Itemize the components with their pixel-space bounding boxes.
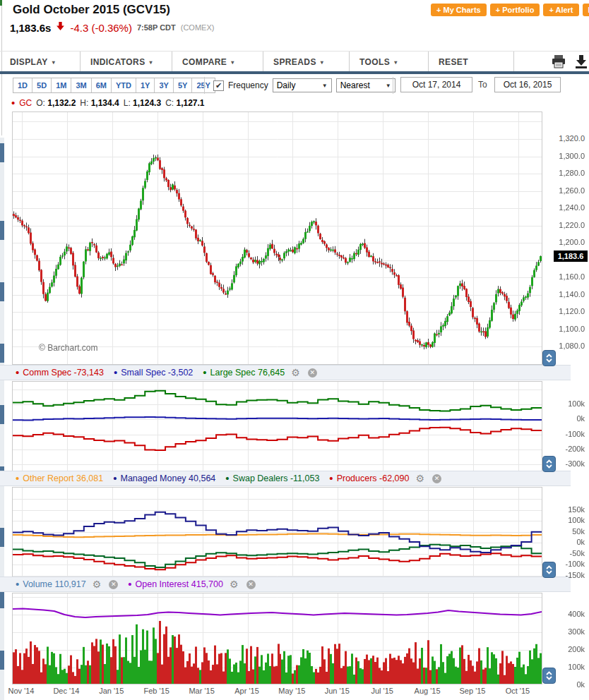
y-axis-label: 1,260.0 xyxy=(544,186,585,195)
y-axis-label: 1,200.0 xyxy=(544,238,585,246)
close-value: 1,127.1 xyxy=(176,98,204,108)
quote-line: 1,183.6s -4.3 (-0.36%) 7:58P CDT (COMEX) xyxy=(10,21,214,34)
range-5y-button[interactable]: 5Y xyxy=(174,78,192,92)
close-icon[interactable]: ✕ xyxy=(109,580,118,589)
scroll-handle[interactable] xyxy=(0,143,4,162)
y-axis-label: 0k xyxy=(544,414,585,423)
frequency-value: Daily xyxy=(277,80,296,90)
gear-icon[interactable]: ⚙ xyxy=(291,367,300,378)
x-axis-label: Nov '14 xyxy=(8,687,35,695)
frequency-select[interactable]: Daily▼ xyxy=(273,78,332,92)
frequency-checkbox[interactable]: ✔ xyxy=(213,80,224,91)
range-3y-button[interactable]: 3Y xyxy=(155,78,173,92)
page-title: Gold October 2015 (GCV15) xyxy=(13,3,170,17)
close-icon[interactable]: ✕ xyxy=(432,474,441,483)
series-dot: • xyxy=(225,476,229,481)
legend-text: Swap Dealers -11,053 xyxy=(233,473,320,483)
legend-text: Large Spec 76,645 xyxy=(210,368,285,378)
follow-button[interactable]: Follow xyxy=(583,4,589,16)
scroll-handle[interactable] xyxy=(0,589,4,608)
gear-icon[interactable]: ⚙ xyxy=(415,473,424,484)
contract-select[interactable]: Nearest▼ xyxy=(336,78,395,92)
y-axis-label: 1,240.0 xyxy=(544,203,585,212)
gear-icon[interactable]: ⚙ xyxy=(93,579,102,590)
legend-text: Volume 110,917 xyxy=(23,579,85,589)
chevron-down-icon: ▼ xyxy=(386,83,391,89)
y-axis-label: 100k xyxy=(544,516,585,524)
exchange-label: (COMEX) xyxy=(181,23,215,32)
legend-text: Managed Money 40,564 xyxy=(121,473,216,483)
panel-scroll-button[interactable] xyxy=(542,350,556,366)
series-dot: • xyxy=(16,370,19,375)
x-axis-label: Dec '14 xyxy=(53,687,79,695)
legend-item: •Swap Dealers -11,053 xyxy=(225,473,319,483)
menu-spreads[interactable]: SPREADS▾ xyxy=(263,52,350,72)
menu-display[interactable]: DISPLAY▾ xyxy=(0,52,81,72)
range-6m-button[interactable]: 6M xyxy=(92,78,112,92)
chart-page: Gold October 2015 (GCV15) + My Charts+ P… xyxy=(0,0,589,700)
quote-time: 7:58P CDT xyxy=(137,23,176,32)
scroll-handle[interactable] xyxy=(0,344,4,363)
volume-oi-canvas[interactable] xyxy=(12,593,542,684)
legend-item: •Comm Spec -73,143 xyxy=(16,368,104,378)
series-dot: • xyxy=(128,581,131,587)
caret-down-icon: ▾ xyxy=(231,59,234,66)
range-1y-button[interactable]: 1Y xyxy=(136,78,155,92)
x-axis-label: Oct '15 xyxy=(506,687,530,695)
y-axis-label: -300k xyxy=(544,459,585,468)
range-1d-button[interactable]: 1D xyxy=(13,78,32,92)
legend-text: Small Spec -3,502 xyxy=(121,368,193,378)
main-price-canvas[interactable] xyxy=(12,111,542,365)
x-axis-label: Apr '15 xyxy=(234,687,259,695)
add-mycharts-button[interactable]: + My Charts xyxy=(431,4,487,16)
close-icon[interactable]: ✕ xyxy=(308,368,317,378)
gear-icon[interactable]: ⚙ xyxy=(230,579,239,590)
y-axis-label: -200k xyxy=(544,445,585,453)
download-icon[interactable] xyxy=(573,54,589,72)
series-dot: • xyxy=(11,99,15,107)
x-axis-label: Aug '15 xyxy=(415,687,441,695)
add-portfolio-button[interactable]: + Portfolio xyxy=(490,4,540,16)
left-scroll-strip[interactable] xyxy=(0,138,4,700)
scroll-handle[interactable] xyxy=(0,221,4,240)
date-to-input[interactable]: Oct 16, 2015 xyxy=(494,77,561,92)
scroll-handle[interactable] xyxy=(0,405,4,424)
y-axis-label: 50k xyxy=(544,527,585,536)
y-axis-label: 200k xyxy=(544,645,585,653)
scroll-handle[interactable] xyxy=(0,528,4,547)
close-icon[interactable]: ✕ xyxy=(246,580,256,589)
legend-item: •Small Spec -3,502 xyxy=(114,368,193,378)
y-axis-label: 150k xyxy=(544,505,585,514)
x-axis-label: May '15 xyxy=(278,687,305,695)
y-axis-label: 1,120.0 xyxy=(544,307,585,315)
menu-compare[interactable]: COMPARE▾ xyxy=(172,52,263,72)
scroll-handle[interactable] xyxy=(0,651,4,670)
y-axis-label: -150k xyxy=(544,571,585,579)
print-icon[interactable] xyxy=(551,54,566,72)
y-axis-label: 300k xyxy=(544,627,585,636)
menu-tools[interactable]: TOOLS▾ xyxy=(350,52,429,72)
date-from-input[interactable]: Oct 17, 2014 xyxy=(400,77,472,92)
add-alert-button[interactable]: + Alert xyxy=(543,4,578,16)
menu-indicators[interactable]: INDICATORS▾ xyxy=(81,52,172,72)
y-axis-label: 100k xyxy=(544,663,585,671)
open-value: 1,132.2 xyxy=(47,98,76,108)
y-axis-label: -100k xyxy=(544,430,585,438)
last-price: 1,183.6s xyxy=(10,22,51,34)
caret-down-icon: ▾ xyxy=(150,59,153,66)
cot-disagg-canvas[interactable] xyxy=(12,487,542,579)
legend-cot-disagg: •Other Report 36,081•Managed Money 40,56… xyxy=(0,471,571,486)
menu-reset[interactable]: RESET xyxy=(429,52,514,72)
series-dot: • xyxy=(114,370,117,375)
scroll-handle[interactable] xyxy=(0,282,4,301)
legend-item: •Producers -62,090⚙✕ xyxy=(329,473,441,484)
range-1m-button[interactable]: 1M xyxy=(52,78,71,92)
legend-volume-oi: •Volume 110,917⚙✕•Open Interest 415,700⚙… xyxy=(0,577,571,592)
y-axis-label: 1,320.0 xyxy=(544,134,585,143)
y-axis-label: 1,080.0 xyxy=(544,342,585,350)
cot-spec-canvas[interactable] xyxy=(12,381,542,473)
low-value: 1,124.3 xyxy=(133,98,161,108)
range-ytd-button[interactable]: YTD xyxy=(112,78,136,92)
range-3m-button[interactable]: 3M xyxy=(71,78,91,92)
range-5d-button[interactable]: 5D xyxy=(32,78,52,92)
